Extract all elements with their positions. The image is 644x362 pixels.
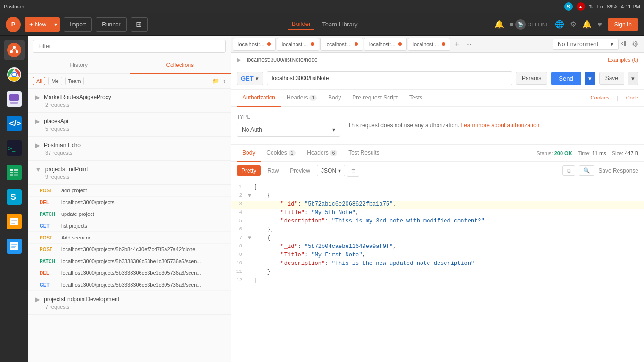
new-button-main[interactable]: + New: [25, 21, 51, 28]
request-url: localhost:3000/projects/5b3338306c53be1c…: [61, 282, 201, 288]
url-input[interactable]: [267, 71, 512, 85]
lang-indicator: En: [597, 4, 603, 9]
import-button[interactable]: Import: [64, 17, 92, 32]
runner-button[interactable]: Runner: [96, 17, 126, 32]
request-item[interactable]: POST add project: [28, 185, 231, 197]
settings-icon[interactable]: ⚙: [570, 20, 577, 29]
header-nav: Builder Team Library: [159, 18, 491, 30]
more-tabs-button[interactable]: ···: [463, 41, 474, 48]
collection-item[interactable]: ▼projectsEndPoint 9 requests: [28, 161, 231, 185]
save-response-button[interactable]: Save Response: [598, 165, 638, 176]
examples-link[interactable]: Examples (0): [608, 57, 638, 63]
tabs-bar: localhost:... localhost:... localhost:..…: [231, 36, 644, 53]
new-button-arrow[interactable]: ▾: [51, 17, 60, 32]
request-item[interactable]: DEL localhost:3000/projects: [28, 197, 231, 208]
app-name: Postman: [4, 4, 24, 9]
sidebar-icon-sheets[interactable]: [4, 162, 25, 183]
request-tab-4[interactable]: localhost:...: [364, 38, 407, 51]
request-item[interactable]: GET localhost:3000/projects/5b3338306c53…: [28, 279, 231, 291]
auth-type-value: No Auth: [242, 126, 262, 133]
collection-item[interactable]: ▶placesApi 5 requests: [28, 113, 231, 137]
request-tab-2[interactable]: localhost:...: [277, 38, 320, 51]
raw-button[interactable]: Raw: [263, 165, 283, 176]
sign-in-button[interactable]: Sign In: [608, 18, 638, 31]
collection-item[interactable]: ▶projectsEndpointDevelopment 7 requests: [28, 291, 231, 315]
code-line: 3 "_id": "5b72ab1c6e2068622fba1a75",: [231, 201, 644, 209]
collections-tab[interactable]: Collections: [130, 57, 231, 74]
sidebar-icon-chrome[interactable]: [4, 64, 25, 85]
authorization-tab[interactable]: Authorization: [237, 90, 281, 107]
preview-button[interactable]: Preview: [285, 165, 315, 176]
settings-icon[interactable]: ⚙: [632, 40, 638, 49]
svg-point-10: [12, 73, 16, 76]
copy-icon[interactable]: ⧉: [562, 165, 575, 176]
request-tab-3[interactable]: localhost:...: [320, 38, 363, 51]
new-button[interactable]: + New ▾: [25, 17, 60, 32]
collection-item[interactable]: ▶MarketRoutesApigeeProxy 2 requests: [28, 89, 231, 113]
send-button[interactable]: Send: [551, 72, 580, 85]
bell-icon[interactable]: 🔔: [582, 20, 592, 29]
params-button[interactable]: Params: [516, 72, 547, 85]
collection-item[interactable]: ▶Postman Echo 37 requests: [28, 137, 231, 161]
eye-icon[interactable]: 👁: [621, 40, 629, 49]
pre-request-tab[interactable]: Pre-request Script: [347, 90, 404, 107]
sidebar-icon-terminal[interactable]: >_: [4, 138, 25, 158]
code-link[interactable]: Code: [626, 90, 638, 106]
folder-icon[interactable]: 📁: [212, 78, 219, 84]
env-label: No Environment: [558, 41, 598, 48]
resp-test-results-tab[interactable]: Test Results: [343, 145, 385, 162]
resp-headers-tab[interactable]: Headers6: [301, 145, 343, 162]
code-line: 6 },: [231, 226, 644, 235]
search-icon[interactable]: 🔍: [579, 165, 594, 176]
builder-tab[interactable]: Builder: [288, 18, 314, 30]
request-item[interactable]: POST Add scenario: [28, 232, 231, 244]
code-area: 1 [ 2 ▼ { 3 "_id": "5b72ab1c6e2068622fba…: [231, 180, 644, 362]
sidebar-icon-writer[interactable]: [4, 236, 25, 256]
globe-icon[interactable]: 🌐: [555, 20, 564, 29]
body-tab[interactable]: Body: [322, 90, 347, 107]
auth-type-select[interactable]: No Auth ▾: [237, 123, 340, 137]
headers-tab[interactable]: Headers1: [281, 90, 322, 107]
pretty-button[interactable]: Pretty: [237, 165, 261, 176]
search-area: [28, 36, 231, 57]
save-button[interactable]: Save: [599, 72, 624, 85]
method-select[interactable]: GET ▾: [237, 72, 263, 85]
team-library-tab[interactable]: Team Library: [318, 19, 361, 30]
request-tab-1[interactable]: localhost:...: [233, 38, 276, 51]
new-tab-button[interactable]: ⊞: [131, 17, 148, 32]
tests-tab[interactable]: Tests: [404, 90, 428, 107]
resp-cookies-tab[interactable]: Cookies1: [261, 145, 301, 162]
filter-all[interactable]: All: [33, 77, 45, 85]
cookies-link[interactable]: Cookies: [591, 90, 610, 106]
request-item[interactable]: PATCH update project: [28, 208, 231, 220]
sidebar-icon-drawing[interactable]: [4, 89, 25, 109]
sort-icon[interactable]: ↕: [223, 78, 226, 84]
sidebar-icon-ubuntu[interactable]: [4, 40, 25, 60]
add-tab-button[interactable]: +: [451, 39, 462, 50]
request-item[interactable]: POST localhost:3000/projects/5b2b844c30e…: [28, 244, 231, 255]
send-dropdown-button[interactable]: ▾: [585, 72, 595, 85]
resp-body-tab[interactable]: Body: [237, 145, 261, 162]
heart-icon[interactable]: ♥: [597, 20, 602, 29]
sidebar-icon-notes[interactable]: [4, 211, 25, 232]
request-tab-5[interactable]: localhost:...: [408, 38, 451, 51]
notifications-icon[interactable]: 🔔: [495, 20, 504, 29]
history-tab[interactable]: History: [28, 57, 130, 74]
environment-selector[interactable]: No Environment ▾: [553, 39, 619, 50]
save-dropdown-button[interactable]: ▾: [628, 72, 638, 85]
format-select[interactable]: JSON ▾: [317, 165, 345, 176]
svg-rect-12: [9, 94, 19, 101]
auth-learn-more-link[interactable]: Learn more about authorization: [461, 122, 540, 129]
request-item[interactable]: DEL localhost:3000/projects/5b3338306c53…: [28, 267, 231, 279]
request-item[interactable]: PATCH localhost:3000/projects/5b3338306c…: [28, 255, 231, 267]
request-item[interactable]: GET list projects: [28, 220, 231, 232]
tab-label: localhost:...: [238, 41, 264, 47]
search-input[interactable]: [33, 40, 226, 53]
filter-team[interactable]: Team: [65, 77, 84, 85]
svg-rect-20: [14, 169, 18, 171]
request-url: add project: [61, 188, 87, 193]
sidebar-icon-vscode[interactable]: </>: [4, 113, 25, 134]
filter-me[interactable]: Me: [48, 77, 62, 85]
wrap-icon[interactable]: ≡: [347, 165, 359, 177]
sidebar-icon-skype[interactable]: S: [4, 187, 25, 207]
